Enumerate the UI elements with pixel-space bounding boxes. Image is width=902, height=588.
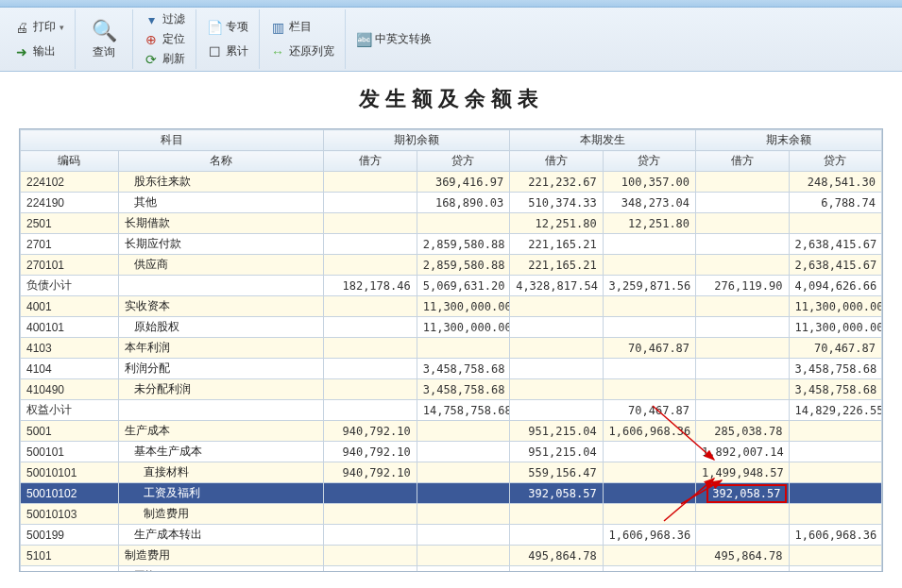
cell-amount[interactable]: 100,357.00 — [603, 172, 695, 193]
cell-name[interactable]: 未分配利润 — [118, 379, 324, 400]
cell-amount[interactable]: 12,251.80 — [603, 213, 695, 234]
cell-amount[interactable] — [417, 462, 509, 483]
table-row[interactable]: 224102 股东往来款369,416.97221,232.67100,357.… — [21, 172, 882, 193]
cell-amount[interactable]: 276,119.90 — [696, 276, 789, 296]
col-begin-debit[interactable]: 借方 — [324, 151, 417, 172]
cell-amount[interactable]: 70,467.87 — [789, 338, 881, 359]
table-row[interactable]: 500101 基本生产成本940,792.10951,215.041,892,0… — [21, 442, 882, 462]
cell-code[interactable]: 5001 — [21, 421, 119, 442]
cell-amount[interactable]: 1,606,968.36 — [789, 525, 881, 546]
cell-code[interactable]: 510101 — [21, 566, 119, 573]
cell-amount[interactable]: 2,638,415.67 — [789, 234, 881, 255]
reset-width-button[interactable]: ↔ 还原列宽 — [265, 40, 339, 64]
cell-amount[interactable]: 1,111,907.64 — [324, 566, 417, 573]
cell-amount[interactable] — [696, 317, 789, 338]
table-row[interactable]: 负债小计182,178.465,069,631.204,328,817.543,… — [21, 276, 882, 296]
cell-amount[interactable]: 392,058.57 — [510, 483, 603, 504]
col-group-begin[interactable]: 期初余额 — [324, 130, 510, 151]
col-end-credit[interactable]: 贷方 — [789, 151, 881, 172]
cell-amount[interactable]: 1,892,007.14 — [696, 442, 789, 462]
cell-amount[interactable] — [324, 525, 417, 546]
cell-amount[interactable] — [789, 442, 881, 462]
cell-amount[interactable] — [789, 213, 881, 234]
cell-amount[interactable]: 510,374.33 — [510, 193, 603, 213]
cell-amount[interactable]: 70,467.87 — [603, 338, 695, 359]
cell-amount[interactable]: 4,094,626.66 — [789, 276, 881, 296]
cell-amount[interactable] — [324, 296, 417, 317]
cell-amount[interactable] — [696, 296, 789, 317]
cell-amount[interactable]: 495,864.78 — [696, 546, 789, 566]
cell-amount[interactable] — [603, 566, 695, 573]
cell-amount[interactable]: 168,890.03 — [417, 193, 509, 213]
cell-amount[interactable]: 14,829,226.55 — [789, 400, 881, 421]
cell-name[interactable]: 实收资本 — [118, 296, 324, 317]
data-grid-container[interactable]: 科目 期初余额 本期发生 期末余额 编码 名称 借方 贷方 借方 贷方 借方 贷… — [19, 128, 883, 572]
cell-code[interactable]: 410490 — [21, 379, 119, 400]
cell-amount[interactable] — [603, 462, 695, 483]
cell-amount[interactable]: 940,792.10 — [324, 421, 417, 442]
query-button[interactable]: 🔍 查询 — [81, 12, 127, 67]
table-row[interactable]: 400101 原始股权11,300,000.0011,300,000.00 — [21, 317, 882, 338]
table-row[interactable]: 权益小计14,758,758.6870,467.8714,829,226.55 — [21, 400, 882, 421]
cell-amount[interactable]: 153,455.79 — [510, 566, 603, 573]
table-row[interactable]: 510101 工资1,111,907.64153,455.791,265,363… — [21, 566, 882, 573]
cell-amount[interactable] — [324, 234, 417, 255]
cell-amount[interactable] — [417, 546, 509, 566]
cell-amount[interactable] — [417, 483, 509, 504]
table-row[interactable]: 4001实收资本11,300,000.0011,300,000.00 — [21, 296, 882, 317]
cell-name[interactable]: 制造费用 — [118, 504, 324, 525]
cell-amount[interactable]: 2,859,580.88 — [417, 234, 509, 255]
cell-amount[interactable] — [417, 442, 509, 462]
cell-amount[interactable]: 4,328,817.54 — [510, 276, 603, 296]
refresh-button[interactable]: ⟳ 刷新 — [139, 49, 190, 69]
cell-amount[interactable] — [510, 296, 603, 317]
table-row[interactable]: 224190 其他168,890.03510,374.33348,273.046… — [21, 193, 882, 213]
cell-amount[interactable] — [417, 566, 509, 573]
cell-code[interactable]: 4103 — [21, 338, 119, 359]
cell-amount[interactable] — [324, 379, 417, 400]
cell-amount[interactable]: 2,859,580.88 — [417, 255, 509, 276]
table-row[interactable]: 410490 未分配利润3,458,758.683,458,758.68 — [21, 379, 882, 400]
cell-name[interactable]: 股东往来款 — [118, 172, 324, 193]
cell-amount[interactable] — [603, 234, 695, 255]
cell-amount[interactable] — [696, 400, 789, 421]
cell-amount[interactable] — [417, 421, 509, 442]
cell-name[interactable]: 长期应付款 — [118, 234, 324, 255]
cell-amount[interactable] — [696, 504, 789, 525]
cell-amount[interactable] — [789, 483, 881, 504]
table-row[interactable]: 2501长期借款12,251.8012,251.80 — [21, 213, 882, 234]
filter-button[interactable]: ▾ 过滤 — [139, 9, 190, 29]
cell-code[interactable]: 400101 — [21, 317, 119, 338]
cell-amount[interactable] — [789, 421, 881, 442]
cell-amount[interactable]: 5,069,631.20 — [417, 276, 509, 296]
cell-amount[interactable] — [696, 193, 789, 213]
cell-name[interactable]: 利润分配 — [118, 359, 324, 379]
col-group-current[interactable]: 本期发生 — [510, 130, 696, 151]
cell-amount[interactable] — [696, 172, 789, 193]
cell-amount[interactable]: 70,467.87 — [603, 400, 695, 421]
cell-amount[interactable] — [324, 193, 417, 213]
cell-amount[interactable]: 182,178.46 — [324, 276, 417, 296]
cell-amount[interactable]: 285,038.78 — [696, 421, 789, 442]
col-name[interactable]: 名称 — [118, 151, 324, 172]
cell-name[interactable]: 原始股权 — [118, 317, 324, 338]
accumulate-checkbox[interactable]: ☐ 累计 — [202, 40, 253, 64]
cell-amount[interactable] — [603, 483, 695, 504]
cell-amount[interactable]: 11,300,000.00 — [417, 317, 509, 338]
cell-amount[interactable]: 14,758,758.68 — [417, 400, 509, 421]
cell-amount[interactable] — [696, 213, 789, 234]
language-button[interactable]: 🔤 中英文转换 — [351, 27, 436, 52]
cell-code[interactable]: 224190 — [21, 193, 119, 213]
cell-amount[interactable]: 392,058.57 — [696, 483, 789, 504]
cell-amount[interactable]: 3,458,758.68 — [789, 359, 881, 379]
cell-amount[interactable]: 2,638,415.67 — [789, 255, 881, 276]
col-current-credit[interactable]: 贷方 — [603, 151, 695, 172]
cell-amount[interactable] — [510, 338, 603, 359]
cell-amount[interactable]: 221,165.21 — [510, 234, 603, 255]
cell-amount[interactable]: 495,864.78 — [510, 546, 603, 566]
cell-amount[interactable]: 951,215.04 — [510, 421, 603, 442]
table-row[interactable]: 5001生产成本940,792.10951,215.041,606,968.36… — [21, 421, 882, 442]
cell-amount[interactable]: 12,251.80 — [510, 213, 603, 234]
cell-amount[interactable] — [510, 525, 603, 546]
cell-name[interactable]: 工资 — [118, 566, 324, 573]
